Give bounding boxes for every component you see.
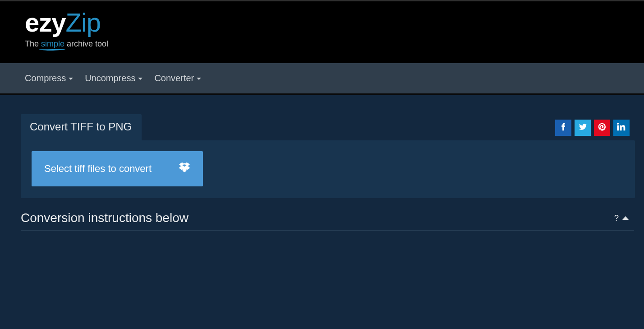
pinterest-icon <box>598 122 607 133</box>
select-files-label: Select tiff files to convert <box>44 163 152 175</box>
upload-panel: Select tiff files to convert <box>21 140 635 198</box>
share-pinterest[interactable] <box>594 120 610 136</box>
nav-compress-label: Compress <box>25 73 66 83</box>
nav-converter-label: Converter <box>154 73 194 83</box>
help-icon: ? <box>614 213 619 223</box>
nav-uncompress[interactable]: Uncompress <box>85 73 143 83</box>
nav-compress[interactable]: Compress <box>25 73 73 83</box>
chevron-down-icon <box>197 78 201 80</box>
logo-part-ezy: ezy <box>25 8 66 37</box>
share-facebook[interactable] <box>555 120 571 136</box>
chevron-up-icon <box>622 216 629 220</box>
instructions-header: Conversion instructions below ? <box>21 211 635 225</box>
nav-converter[interactable]: Converter <box>154 73 201 83</box>
site-header: ezyZip The simple archive tool <box>0 1 644 63</box>
instructions-title: Conversion instructions below <box>21 211 189 225</box>
dropbox-icon[interactable] <box>179 162 190 176</box>
instructions-divider <box>21 230 634 231</box>
chevron-down-icon <box>69 78 73 80</box>
select-files-button[interactable]: Select tiff files to convert <box>32 151 203 186</box>
tab-row: Convert TIFF to PNG <box>21 114 635 140</box>
facebook-icon <box>559 122 568 133</box>
tagline-prefix: The <box>25 39 41 48</box>
nav-uncompress-label: Uncompress <box>85 73 135 83</box>
chevron-down-icon <box>138 78 143 80</box>
share-twitter[interactable] <box>575 120 591 136</box>
main-content: Convert TIFF to PNG <box>0 95 644 231</box>
tagline-highlight: simple <box>41 39 64 49</box>
logo[interactable]: ezyZip The simple archive tool <box>25 9 619 49</box>
main-nav: Compress Uncompress Converter <box>0 63 644 93</box>
instructions-toggle[interactable]: ? <box>614 213 629 223</box>
linkedin-icon <box>617 122 626 133</box>
logo-text: ezyZip <box>25 9 619 36</box>
tagline-suffix: archive tool <box>64 39 108 48</box>
logo-tagline: The simple archive tool <box>25 39 619 49</box>
page-title: Convert TIFF to PNG <box>30 120 132 133</box>
twitter-icon <box>578 122 587 133</box>
logo-part-zip: Zip <box>66 8 101 37</box>
social-share-row <box>555 120 630 136</box>
page-title-tab: Convert TIFF to PNG <box>21 114 142 140</box>
share-linkedin[interactable] <box>613 120 630 136</box>
